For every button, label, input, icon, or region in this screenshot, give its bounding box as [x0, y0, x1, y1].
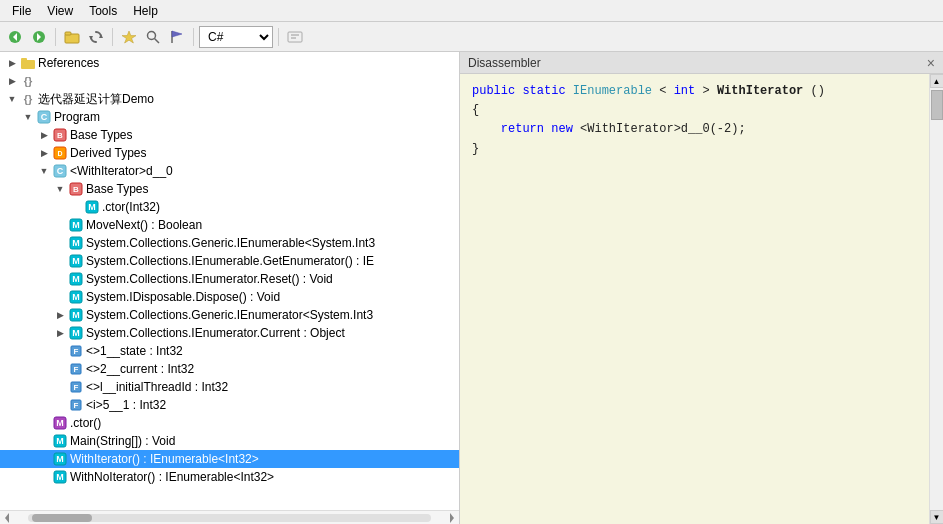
toolbar-sep-4	[278, 28, 279, 46]
withiterator-d0-icon: C	[52, 163, 68, 179]
expander-withiterator-d0[interactable]: ▼	[36, 163, 52, 179]
disassembler-body: public static IEnumerable < int > WithIt…	[460, 74, 943, 524]
svg-text:M: M	[72, 220, 80, 230]
svg-marker-61	[450, 513, 454, 523]
ctor2-label: .ctor()	[70, 416, 101, 430]
base-types-2-icon: B	[68, 181, 84, 197]
expander-sys-generic-ienumerator[interactable]: ▶	[52, 307, 68, 323]
expander-derived-types[interactable]: ▶	[36, 145, 52, 161]
svg-text:F: F	[74, 347, 79, 356]
svg-text:M: M	[56, 472, 64, 482]
tree-htrack[interactable]	[28, 514, 431, 522]
scroll-up-arrow[interactable]: ▲	[930, 74, 944, 88]
nav-forward-button[interactable]	[28, 26, 50, 48]
field-state-icon: F	[68, 343, 84, 359]
disassembler-close-button[interactable]: ×	[927, 55, 935, 71]
tree-hthumb[interactable]	[32, 514, 92, 522]
tree-item-base-types-2[interactable]: ▼ B Base Types	[0, 180, 459, 198]
tree-item-reset[interactable]: ▶ M System.Collections.IEnumerator.Reset…	[0, 270, 459, 288]
field-i-label: <i>5__1 : Int32	[86, 398, 166, 412]
tree-item-sys-generic-ienumerator[interactable]: ▶ M System.Collections.Generic.IEnumerat…	[0, 306, 459, 324]
field-threadid-icon: F	[68, 379, 84, 395]
svg-text:F: F	[74, 383, 79, 392]
svg-text:M: M	[56, 418, 64, 428]
expander-base-types-2[interactable]: ▼	[52, 181, 68, 197]
field-current-label: <>2__current : Int32	[86, 362, 194, 376]
toolbar: C# VB.NET IL	[0, 22, 943, 52]
tree-item-ns-empty[interactable]: ▶ {}	[0, 72, 459, 90]
menu-help[interactable]: Help	[125, 2, 166, 20]
tree-item-ns-demo[interactable]: ▼ {} 选代器延迟计算Demo	[0, 90, 459, 108]
nav-back-button[interactable]	[4, 26, 26, 48]
svg-text:F: F	[74, 365, 79, 374]
reset-icon: M	[68, 271, 84, 287]
derived-types-icon: D	[52, 145, 68, 161]
expander-ns-demo[interactable]: ▼	[4, 91, 20, 107]
language-dropdown[interactable]: C# VB.NET IL	[199, 26, 273, 48]
search-button[interactable]	[142, 26, 164, 48]
svg-text:M: M	[56, 436, 64, 446]
tree-scrollbar-horizontal[interactable]	[0, 510, 459, 524]
disassembler-content: public static IEnumerable < int > WithIt…	[460, 74, 929, 524]
expander-sys-current[interactable]: ▶	[52, 325, 68, 341]
tree-item-field-state[interactable]: ▶ F <>1__state : Int32	[0, 342, 459, 360]
code-line-1: public static IEnumerable < int > WithIt…	[472, 82, 917, 101]
tree-item-withnoiterator[interactable]: ▶ M WithNoIterator() : IEnumerable<Int32…	[0, 468, 459, 486]
flag-button[interactable]	[166, 26, 188, 48]
tree-item-movenext[interactable]: ▶ M MoveNext() : Boolean	[0, 216, 459, 234]
expander-ns-empty[interactable]: ▶	[4, 73, 20, 89]
reset-label: System.Collections.IEnumerator.Reset() :…	[86, 272, 333, 286]
action-button[interactable]	[284, 26, 306, 48]
field-current-icon: F	[68, 361, 84, 377]
tree-item-main[interactable]: ▶ M Main(String[]) : Void	[0, 432, 459, 450]
tree-content[interactable]: ▶ References ▶ {} ▼ {} 选代器延迟计算Demo ▼ C	[0, 52, 459, 510]
menu-tools[interactable]: Tools	[81, 2, 125, 20]
svg-text:M: M	[88, 202, 96, 212]
open-button[interactable]	[61, 26, 83, 48]
ns-demo-icon: {}	[20, 91, 36, 107]
tree-item-withiterator-d0[interactable]: ▼ C <WithIterator>d__0	[0, 162, 459, 180]
tree-item-base-types-1[interactable]: ▶ B Base Types	[0, 126, 459, 144]
svg-marker-8	[122, 31, 136, 43]
svg-text:M: M	[72, 328, 80, 338]
svg-text:C: C	[41, 112, 48, 122]
base-types-2-label: Base Types	[86, 182, 148, 196]
movenext-label: MoveNext() : Boolean	[86, 218, 202, 232]
sys-current-label: System.Collections.IEnumerator.Current :…	[86, 326, 345, 340]
base-types-1-icon: B	[52, 127, 68, 143]
derived-types-label: Derived Types	[70, 146, 146, 160]
tree-item-field-current[interactable]: ▶ F <>2__current : Int32	[0, 360, 459, 378]
disassembler-header: Disassembler ×	[460, 52, 943, 74]
tree-item-getenumerator[interactable]: ▶ M System.Collections.IEnumerable.GetEn…	[0, 252, 459, 270]
ctor-int32-label: .ctor(Int32)	[102, 200, 160, 214]
tree-item-program[interactable]: ▼ C Program	[0, 108, 459, 126]
tree-item-derived-types[interactable]: ▶ D Derived Types	[0, 144, 459, 162]
expander-base-types-1[interactable]: ▶	[36, 127, 52, 143]
tree-item-field-threadid[interactable]: ▶ F <>l__initialThreadId : Int32	[0, 378, 459, 396]
language-select[interactable]: C# VB.NET IL	[200, 29, 272, 45]
svg-marker-60	[5, 513, 9, 523]
tree-item-ctor-int32[interactable]: ▶ M .ctor(Int32)	[0, 198, 459, 216]
star-button[interactable]	[118, 26, 140, 48]
tree-item-field-i[interactable]: ▶ F <i>5__1 : Int32	[0, 396, 459, 414]
expander-references[interactable]: ▶	[4, 55, 20, 71]
tree-item-ctor2[interactable]: ▶ M .ctor()	[0, 414, 459, 432]
menu-view[interactable]: View	[39, 2, 81, 20]
svg-line-10	[155, 38, 160, 43]
disasm-scrollbar-v[interactable]: ▲ ▼	[929, 74, 943, 524]
scroll-track[interactable]	[930, 88, 943, 510]
tree-item-sys-generic-ienumerable[interactable]: ▶ M System.Collections.Generic.IEnumerab…	[0, 234, 459, 252]
refresh-button[interactable]	[85, 26, 107, 48]
tree-item-references[interactable]: ▶ References	[0, 54, 459, 72]
scroll-down-arrow[interactable]: ▼	[930, 510, 944, 524]
code-line-4: }	[472, 140, 917, 159]
svg-rect-13	[288, 32, 302, 42]
scroll-thumb[interactable]	[931, 90, 943, 120]
tree-item-dispose[interactable]: ▶ M System.IDisposable.Dispose() : Void	[0, 288, 459, 306]
tree-item-sys-current[interactable]: ▶ M System.Collections.IEnumerator.Curre…	[0, 324, 459, 342]
field-i-icon: F	[68, 397, 84, 413]
menu-file[interactable]: File	[4, 2, 39, 20]
tree-item-withiterator[interactable]: ▶ M WithIterator() : IEnumerable<Int32>	[0, 450, 459, 468]
expander-program[interactable]: ▼	[20, 109, 36, 125]
svg-marker-12	[172, 31, 182, 37]
